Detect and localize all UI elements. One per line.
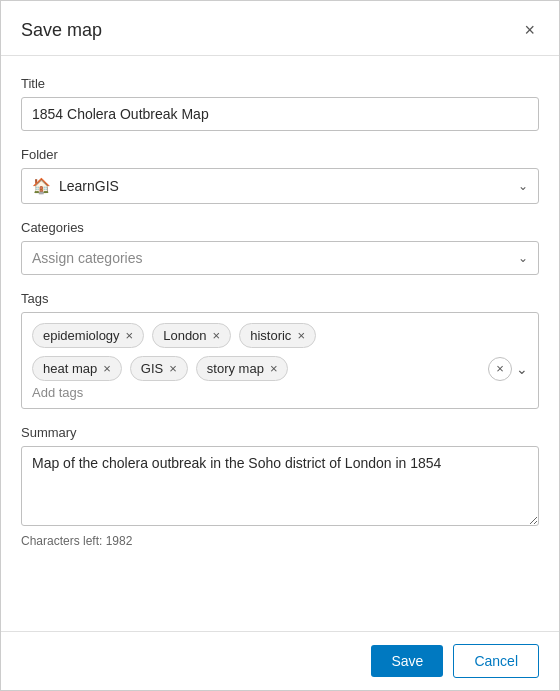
dialog-header: Save map × — [1, 1, 559, 56]
dialog-body: Title Folder 🏠 LearnGIS ⌄ Categories Ass… — [1, 56, 559, 631]
categories-select[interactable]: Assign categories ⌄ — [21, 241, 539, 275]
tag-heat-map: heat map × — [32, 356, 122, 381]
categories-label: Categories — [21, 220, 539, 235]
title-label: Title — [21, 76, 539, 91]
tags-field-group: Tags epidemiology × London × historic × — [21, 291, 539, 409]
dialog-footer: Save Cancel — [1, 631, 559, 690]
tag-story-map-label: story map — [207, 361, 264, 376]
tags-container: epidemiology × London × historic × — [21, 312, 539, 409]
tags-expand-button[interactable]: ⌄ — [516, 361, 528, 377]
chars-left-label: Characters left: 1982 — [21, 534, 539, 548]
cancel-button[interactable]: Cancel — [453, 644, 539, 678]
clear-all-tags-button[interactable]: × — [488, 357, 512, 381]
save-map-dialog: Save map × Title Folder 🏠 LearnGIS ⌄ Cat… — [0, 0, 560, 691]
home-icon: 🏠 — [32, 177, 51, 195]
tag-story-map: story map × — [196, 356, 289, 381]
dialog-title: Save map — [21, 20, 102, 41]
summary-textarea[interactable]: Map of the cholera outbreak in the Soho … — [21, 446, 539, 526]
tag-heat-map-remove[interactable]: × — [103, 362, 111, 375]
tags-row-2: heat map × GIS × story map × — [32, 356, 488, 381]
folder-chevron-icon: ⌄ — [518, 179, 528, 193]
title-field-group: Title — [21, 76, 539, 131]
folder-value: LearnGIS — [59, 178, 119, 194]
tag-gis-label: GIS — [141, 361, 163, 376]
tag-historic: historic × — [239, 323, 316, 348]
categories-placeholder: Assign categories — [32, 250, 143, 266]
tag-historic-remove[interactable]: × — [297, 329, 305, 342]
tag-heat-map-label: heat map — [43, 361, 97, 376]
close-button[interactable]: × — [520, 17, 539, 43]
tag-story-map-remove[interactable]: × — [270, 362, 278, 375]
summary-field-group: Summary Map of the cholera outbreak in t… — [21, 425, 539, 548]
folder-field-group: Folder 🏠 LearnGIS ⌄ — [21, 147, 539, 204]
tags-controls: × ⌄ — [488, 357, 528, 381]
categories-field-group: Categories Assign categories ⌄ — [21, 220, 539, 275]
tag-london: London × — [152, 323, 231, 348]
folder-select[interactable]: 🏠 LearnGIS ⌄ — [21, 168, 539, 204]
add-tags-hint: Add tags — [32, 385, 528, 400]
tag-epidemiology-remove[interactable]: × — [126, 329, 134, 342]
categories-chevron-icon: ⌄ — [518, 251, 528, 265]
tag-epidemiology: epidemiology × — [32, 323, 144, 348]
folder-label: Folder — [21, 147, 539, 162]
tag-london-label: London — [163, 328, 206, 343]
tags-row-1: epidemiology × London × historic × — [32, 323, 528, 348]
tag-london-remove[interactable]: × — [213, 329, 221, 342]
tag-gis-remove[interactable]: × — [169, 362, 177, 375]
folder-select-left: 🏠 LearnGIS — [32, 177, 119, 195]
save-button[interactable]: Save — [371, 645, 443, 677]
title-input[interactable] — [21, 97, 539, 131]
tag-epidemiology-label: epidemiology — [43, 328, 120, 343]
tags-label: Tags — [21, 291, 539, 306]
tag-historic-label: historic — [250, 328, 291, 343]
tags-row-2-wrapper: heat map × GIS × story map × × — [32, 356, 528, 381]
summary-label: Summary — [21, 425, 539, 440]
tag-gis: GIS × — [130, 356, 188, 381]
